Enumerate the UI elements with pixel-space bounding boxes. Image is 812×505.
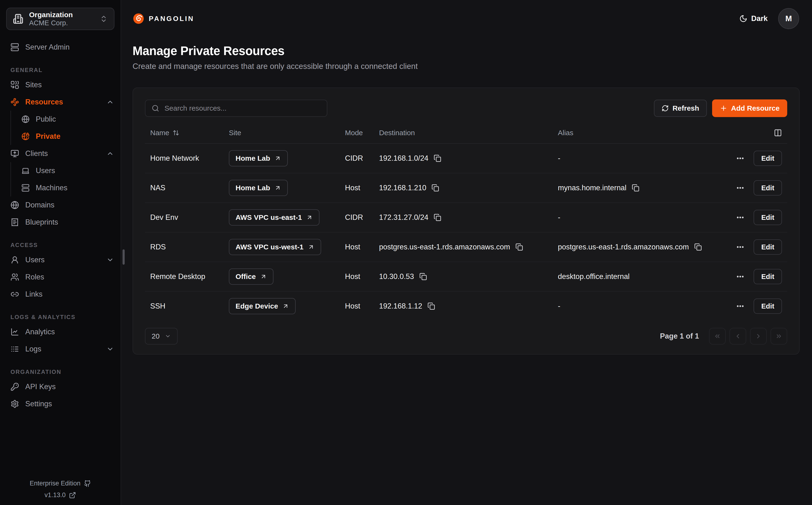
site-link[interactable]: Home Lab (229, 180, 288, 196)
sidebar-item-clients[interactable]: Clients (0, 145, 121, 162)
resource-mode: CIDR (345, 154, 379, 163)
sidebar-item-label: Blueprints (25, 218, 58, 226)
edit-button[interactable]: Edit (754, 269, 782, 284)
sidebar-item-client-users[interactable]: Users (11, 162, 121, 179)
edit-button[interactable]: Edit (754, 210, 782, 225)
org-texts: Organization ACME Corp. (29, 11, 73, 27)
table-row: Remote Desktop Office Host 10.30.0.53 de… (145, 262, 787, 291)
sidebar-footer: Enterprise Edition v1.13.0 (0, 480, 121, 499)
site-label: AWS VPC us-west-1 (235, 243, 303, 251)
site-link[interactable]: AWS VPC us-east-1 (229, 209, 320, 225)
pagination: 20 Page 1 of 1 (145, 328, 787, 345)
copy-destination-button[interactable] (427, 302, 435, 310)
site-link[interactable]: Edge Device (229, 298, 295, 314)
copy-alias-button[interactable] (694, 243, 702, 251)
brand-logo[interactable]: PANGOLIN (133, 13, 194, 25)
table-row: RDS AWS VPC us-west-1 Host postgres.us-e… (145, 232, 787, 262)
edit-button[interactable]: Edit (754, 180, 782, 195)
sidebar-item-label: Resources (25, 98, 63, 106)
resource-name: Remote Desktop (150, 272, 229, 281)
resource-mode: Host (345, 302, 379, 310)
sidebar-item-domains[interactable]: Domains (0, 196, 121, 214)
refresh-button[interactable]: Refresh (654, 100, 707, 117)
resource-destination: 172.31.27.0/24 (379, 213, 428, 222)
copy-destination-button[interactable] (419, 273, 427, 281)
column-header-actions (731, 129, 782, 137)
link-icon (10, 290, 19, 299)
edit-button[interactable]: Edit (754, 239, 782, 255)
sites-icon (10, 80, 19, 89)
section-label-general: GENERAL (0, 56, 121, 76)
page-size-select[interactable]: 20 (145, 328, 178, 345)
edit-button[interactable]: Edit (754, 151, 782, 166)
sidebar-item-private[interactable]: Private (11, 128, 121, 145)
chevrons-right-icon (775, 333, 782, 340)
table-row: SSH Edge Device Host 192.168.1.12 - Edit (145, 291, 787, 321)
copy-destination-button[interactable] (434, 155, 441, 162)
org-selector[interactable]: Organization ACME Corp. (6, 8, 115, 30)
resource-mode: Host (345, 272, 379, 281)
add-resource-button[interactable]: Add Resource (712, 100, 787, 117)
chevron-up-icon (106, 150, 114, 157)
site-link[interactable]: AWS VPC us-west-1 (229, 239, 321, 255)
sidebar-item-label: Users (36, 166, 55, 175)
sidebar-item-server-admin[interactable]: Server Admin (0, 39, 121, 56)
row-menu-button[interactable] (736, 302, 745, 310)
resource-alias: desktop.office.internal (558, 272, 630, 281)
first-page-button[interactable] (709, 328, 726, 345)
column-header-name[interactable]: Name (150, 129, 229, 137)
resources-card: Refresh Add Resource Name Site Mode Dest… (133, 88, 800, 355)
section-label-logs-analytics: LOGS & ANALYTICS (0, 303, 121, 323)
row-menu-button[interactable] (736, 213, 745, 222)
sidebar-item-label: Analytics (25, 328, 55, 336)
sidebar-item-blueprints[interactable]: Blueprints (0, 214, 121, 231)
sidebar-item-roles[interactable]: Roles (0, 269, 121, 286)
copy-alias-button[interactable] (632, 184, 639, 192)
key-icon (10, 382, 19, 391)
pangolin-logo-icon (133, 13, 145, 25)
sidebar-item-links[interactable]: Links (0, 286, 121, 303)
site-link[interactable]: Home Lab (229, 150, 288, 166)
next-page-button[interactable] (750, 328, 767, 345)
sidebar-item-machines[interactable]: Machines (11, 179, 121, 196)
table-row: Dev Env AWS VPC us-east-1 CIDR 172.31.27… (145, 202, 787, 232)
resource-destination: 10.30.0.53 (379, 272, 414, 281)
copy-destination-button[interactable] (431, 184, 439, 192)
row-menu-button[interactable] (736, 184, 745, 192)
row-menu-button[interactable] (736, 243, 745, 251)
sidebar-item-api-keys[interactable]: API Keys (0, 378, 121, 395)
copy-destination-button[interactable] (516, 243, 523, 251)
row-menu-button[interactable] (736, 272, 745, 281)
sidebar-item-public[interactable]: Public (11, 111, 121, 128)
laptop-icon (21, 167, 30, 175)
edit-button[interactable]: Edit (754, 299, 782, 314)
resource-destination: 192.168.1.0/24 (379, 154, 428, 163)
sidebar-item-logs[interactable]: Logs (0, 340, 121, 358)
sidebar-item-access-users[interactable]: Users (0, 251, 121, 269)
sidebar-item-analytics[interactable]: Analytics (0, 323, 121, 340)
ellipsis-icon (736, 184, 745, 192)
sidebar-item-settings[interactable]: Settings (0, 395, 121, 412)
edition-link[interactable]: Enterprise Edition (30, 480, 91, 487)
site-link[interactable]: Office (229, 269, 273, 285)
logs-icon (10, 345, 19, 353)
chevron-up-icon (106, 98, 114, 106)
last-page-button[interactable] (771, 328, 787, 345)
copy-icon (434, 214, 441, 221)
theme-toggle[interactable]: Dark (739, 14, 768, 23)
column-settings-button[interactable] (774, 129, 782, 137)
avatar[interactable]: M (778, 8, 799, 29)
sidebar-item-label: Settings (25, 399, 52, 408)
section-label-access: ACCESS (0, 231, 121, 251)
copy-destination-button[interactable] (434, 214, 441, 221)
sidebar-item-resources[interactable]: Resources (0, 94, 121, 111)
previous-page-button[interactable] (730, 328, 746, 345)
row-menu-button[interactable] (736, 154, 745, 163)
resource-alias: - (558, 213, 560, 222)
resource-destination: postgres.us-east-1.rds.amazonaws.com (379, 243, 510, 251)
sort-icon (173, 130, 179, 136)
search-input[interactable] (164, 104, 321, 113)
version-link[interactable]: v1.13.0 (45, 491, 76, 499)
column-header-label: Name (150, 129, 169, 137)
sidebar-item-sites[interactable]: Sites (0, 76, 121, 94)
